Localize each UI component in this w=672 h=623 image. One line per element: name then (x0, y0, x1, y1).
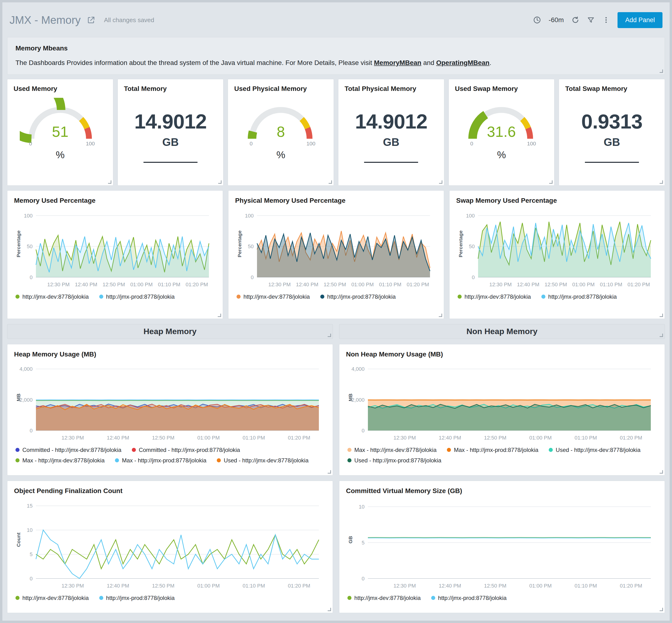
section-title: Heap Memory (144, 327, 197, 336)
resize-handle[interactable] (549, 180, 553, 184)
resize-handle[interactable] (218, 180, 222, 184)
resize-handle[interactable] (329, 180, 332, 184)
stat-unit: % (13, 149, 107, 160)
svg-text:100: 100 (466, 213, 475, 219)
legend-label: Used - http://jmx-dev:8778/jolokia (556, 447, 640, 453)
stat-unit: % (455, 149, 548, 160)
svg-text:2,000: 2,000 (351, 397, 364, 403)
operatingmbean-link[interactable]: OperatingMBean (436, 59, 490, 66)
refresh-icon[interactable] (571, 16, 579, 24)
legend-label: Used - http://jmx-prod:8778/jolokia (354, 457, 441, 464)
swap-memory-used-percentage-chart[interactable]: 05010012:30 PM12:40 PM12:50 PM01:00 PM01… (456, 206, 658, 290)
legend-item[interactable]: http://jmx-prod:8778/jolokia (99, 595, 175, 601)
used-swap-memory-gauge[interactable]: 31.60100 (455, 98, 548, 147)
legend-item[interactable]: http://jmx-dev:8778/jolokia (347, 595, 421, 601)
legend-item[interactable]: Used - http://jmx-prod:8778/jolokia (347, 457, 441, 464)
legend-item[interactable]: Max - http://jmx-prod:8778/jolokia (447, 447, 538, 453)
resize-handle[interactable] (660, 180, 663, 184)
svg-text:12:30 PM: 12:30 PM (489, 281, 512, 288)
dashboard-page: JMX - Memory All changes saved -60m (2, 2, 670, 621)
legend-item[interactable]: Used - http://jmx-dev:8778/jolokia (549, 447, 640, 453)
legend-dot (237, 295, 240, 299)
svg-text:100: 100 (24, 213, 33, 219)
legend-item[interactable]: http://jmx-dev:8778/jolokia (16, 293, 89, 300)
resize-handle[interactable] (108, 180, 111, 184)
object-pending-finalization-count-chart[interactable]: 05101512:30 PM12:40 PM12:50 PM01:00 PM01… (14, 497, 326, 591)
legend-item[interactable]: Max - http://jmx-dev:8778/jolokia (16, 457, 105, 464)
legend-item[interactable]: Committed - http://jmx-dev:8778/jolokia (16, 447, 121, 453)
stat-panel-total-swap-memory: Total Swap Memory 0.9313 GB (559, 79, 665, 186)
legend-item[interactable]: http://jmx-dev:8778/jolokia (458, 293, 531, 300)
svg-text:GB: GB (348, 536, 353, 543)
filter-icon[interactable] (587, 16, 595, 24)
used-memory-gauge[interactable]: 510100 (13, 98, 107, 147)
time-range-value[interactable]: -60m (549, 16, 564, 24)
stat-title: Total Physical Memory (345, 85, 438, 93)
svg-text:MB: MB (348, 393, 353, 401)
svg-text:5: 5 (30, 552, 33, 557)
add-panel-button[interactable]: Add Panel (617, 12, 663, 28)
heap-memory-usage-chart[interactable]: 02,0004,00012:30 PM12:40 PM12:50 PM01:00… (14, 360, 326, 443)
svg-text:12:50 PM: 12:50 PM (152, 583, 174, 589)
legend-label: http://jmx-dev:8778/jolokia (22, 293, 89, 300)
svg-text:51: 51 (52, 123, 68, 140)
svg-text:01:00 PM: 01:00 PM (197, 435, 220, 441)
legend-item[interactable]: Used - http://jmx-dev:8778/jolokia (217, 457, 309, 464)
resize-handle[interactable] (328, 470, 331, 474)
resize-handle[interactable] (660, 314, 663, 317)
stat-title: Used Memory (13, 85, 107, 93)
resize-handle[interactable] (328, 608, 331, 611)
stat-value: 0.9313 (565, 110, 659, 133)
non-heap-memory-usage-chart[interactable]: 02,0004,00012:30 PM12:40 PM12:50 PM01:00… (346, 360, 658, 443)
svg-text:100: 100 (306, 140, 316, 147)
kebab-menu-icon[interactable] (602, 16, 610, 24)
memorymbean-link[interactable]: MemoryMBean (374, 59, 421, 66)
legend-item[interactable]: Max - http://jmx-dev:8778/jolokia (347, 447, 436, 453)
chart-panel-heap-memory-usage: Heap Memory Usage (MB) 02,0004,00012:30 … (7, 344, 333, 475)
resize-handle[interactable] (660, 69, 663, 73)
legend-label: http://jmx-prod:8778/jolokia (438, 595, 507, 601)
resize-handle[interactable] (660, 334, 663, 337)
svg-text:0: 0 (250, 140, 253, 147)
chart-title: Heap Memory Usage (MB) (14, 351, 326, 358)
resize-handle[interactable] (439, 180, 442, 184)
heap-charts-row: Heap Memory Usage (MB) 02,0004,00012:30 … (7, 344, 665, 475)
legend-dot (99, 295, 103, 299)
legend-label: Max - http://jmx-prod:8778/jolokia (454, 447, 538, 453)
legend-dot (132, 448, 136, 452)
legend-dot (458, 295, 462, 299)
legend-item[interactable]: http://jmx-prod:8778/jolokia (542, 293, 617, 300)
svg-text:0: 0 (251, 274, 254, 280)
resize-handle[interactable] (439, 314, 442, 317)
legend-dot (16, 596, 20, 600)
resize-handle[interactable] (660, 608, 663, 611)
resize-handle[interactable] (660, 470, 663, 474)
chart-title: Object Pending Finalization Count (14, 487, 326, 495)
committed-virtual-memory-size-chart[interactable]: 051012:30 PM12:40 PM12:50 PM01:00 PM01:1… (346, 497, 658, 591)
section-headers-row: Heap Memory Non Heap Memory (7, 324, 665, 339)
memory-used-percentage-chart[interactable]: 05010012:30 PM12:40 PM12:50 PM01:00 PM01… (14, 206, 216, 290)
used-physical-memory-gauge[interactable]: 80100 (234, 98, 327, 147)
clock-icon[interactable] (533, 16, 541, 24)
resize-handle[interactable] (218, 314, 221, 317)
legend-dot (217, 458, 221, 463)
stat-panel-total-physical-memory: Total Physical Memory 14.9012 GB (338, 79, 444, 186)
legend-item[interactable]: http://jmx-dev:8778/jolokia (237, 293, 310, 300)
chart-legend: http://jmx-dev:8778/jolokiahttp://jmx-pr… (14, 290, 216, 301)
svg-text:50: 50 (27, 243, 33, 249)
legend-item[interactable]: http://jmx-prod:8778/jolokia (99, 293, 175, 300)
legend-item[interactable]: http://jmx-dev:8778/jolokia (16, 595, 89, 601)
legend-item[interactable]: Committed - http://jmx-prod:8778/jolokia (132, 447, 240, 453)
legend-label: http://jmx-dev:8778/jolokia (243, 293, 310, 300)
chart-panel-object-pending-finalization-count: Object Pending Finalization Count 051015… (7, 481, 333, 613)
legend-item[interactable]: http://jmx-prod:8778/jolokia (431, 595, 507, 601)
legend-item[interactable]: Max - http://jmx-prod:8778/jolokia (115, 457, 206, 464)
legend-label: http://jmx-dev:8778/jolokia (354, 595, 421, 601)
legend-dot (16, 458, 20, 463)
chart-title: Swap Memory Used Percentage (456, 197, 658, 204)
share-icon[interactable] (87, 16, 95, 24)
legend-item[interactable]: http://jmx-prod:8778/jolokia (320, 293, 396, 300)
physical-memory-used-percentage-chart[interactable]: 05010012:30 PM12:40 PM12:50 PM01:00 PM01… (235, 206, 437, 290)
resize-handle[interactable] (328, 334, 331, 337)
svg-text:12:50 PM: 12:50 PM (484, 435, 506, 441)
